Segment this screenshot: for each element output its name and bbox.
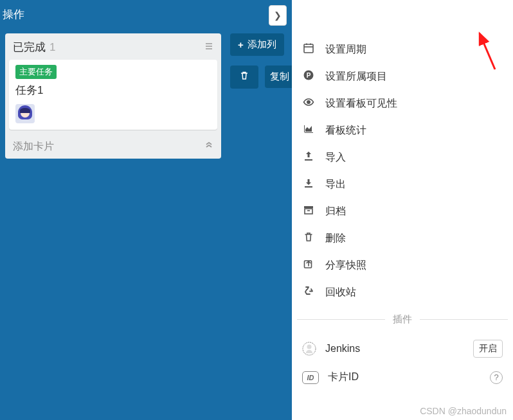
board-title: 操作 — [3, 7, 24, 22]
share-icon — [302, 258, 315, 272]
menu-item-set-project[interactable]: P 设置所属项目 — [297, 63, 508, 90]
delete-button[interactable] — [230, 66, 258, 89]
menu-item-export[interactable]: 导出 — [297, 171, 508, 198]
plugin-item-cardid[interactable]: ID 卡片ID ? — [297, 364, 508, 390]
divider-label: 插件 — [393, 313, 412, 326]
project-icon: P — [302, 69, 315, 83]
menu-item-label: 设置所属项目 — [325, 70, 387, 83]
trash-icon — [239, 71, 249, 83]
archive-icon — [302, 204, 315, 218]
list-menu-icon[interactable] — [204, 42, 213, 53]
eye-icon — [302, 96, 315, 110]
jenkins-icon — [302, 342, 316, 356]
plugin-item-jenkins[interactable]: Jenkins 开启 — [297, 333, 508, 364]
card[interactable]: 主要任务 任务1 — [9, 60, 217, 130]
card-label: 主要任务 — [15, 65, 57, 79]
add-card-button[interactable]: 添加卡片 — [13, 140, 54, 153]
menu-item-label: 看板统计 — [325, 124, 366, 137]
menu-item-label: 分享快照 — [325, 259, 366, 272]
trash-icon — [302, 231, 315, 245]
svg-rect-15 — [305, 209, 312, 214]
copy-button[interactable]: 复制 — [265, 66, 294, 88]
svg-text:P: P — [307, 72, 311, 79]
list-column: 已完成 1 主要任务 任务1 添加卡片 — [5, 33, 221, 159]
help-icon[interactable]: ? — [490, 371, 503, 384]
list-count: 1 — [50, 41, 55, 54]
menu-item-label: 设置看板可见性 — [325, 97, 397, 110]
menu-item-recycle[interactable]: 回收站 — [297, 279, 508, 306]
watermark: CSDN @zhaodundun — [420, 406, 507, 416]
svg-point-13 — [307, 101, 310, 103]
add-list-button[interactable]: + 添加列 — [230, 33, 284, 56]
chevron-right-icon: ❯ — [274, 10, 282, 21]
calendar-icon — [302, 42, 315, 57]
menu-list: 设置周期 P 设置所属项目 设置看板可见性 看板统计 导入 — [292, 36, 513, 390]
add-list-label: 添加列 — [248, 39, 276, 51]
upload-icon — [302, 150, 315, 164]
menu-item-label: 归档 — [325, 205, 346, 218]
recycle-icon — [302, 285, 315, 299]
menu-item-label: 设置周期 — [325, 43, 366, 57]
svg-rect-7 — [304, 44, 313, 53]
list-title: 已完成 — [13, 40, 46, 55]
menu-item-label: 导出 — [325, 178, 346, 191]
plus-icon: + — [238, 39, 244, 50]
menu-item-import[interactable]: 导入 — [297, 144, 508, 171]
menu-item-share[interactable]: 分享快照 — [297, 252, 508, 279]
card-title: 任务1 — [15, 83, 211, 98]
copy-label: 复制 — [270, 71, 289, 82]
menu-item-visibility[interactable]: 设置看板可见性 — [297, 90, 508, 117]
download-icon — [302, 177, 315, 191]
menu-item-label: 导入 — [325, 151, 346, 164]
svg-point-19 — [307, 345, 312, 349]
menu-item-label: 回收站 — [325, 286, 356, 299]
plugin-enable-button[interactable]: 开启 — [473, 340, 503, 358]
cardid-label: 卡片ID — [328, 371, 359, 384]
chart-icon — [302, 123, 315, 137]
side-panel: 设置周期 P 设置所属项目 设置看板可见性 看板统计 导入 — [292, 0, 513, 420]
list-header: 已完成 1 — [9, 37, 217, 60]
id-badge-icon: ID — [302, 371, 319, 384]
menu-item-label: 删除 — [325, 232, 346, 245]
menu-item-set-cycle[interactable]: 设置周期 — [297, 36, 508, 63]
avatar — [15, 104, 35, 123]
collapse-panel-button[interactable]: ❯ — [269, 5, 287, 26]
menu-item-stats[interactable]: 看板统计 — [297, 117, 508, 144]
svg-rect-14 — [304, 206, 313, 208]
collapse-list-icon[interactable] — [204, 141, 213, 152]
plugin-divider: 插件 — [297, 313, 508, 326]
plugin-name: Jenkins — [325, 343, 360, 354]
menu-item-archive[interactable]: 归档 — [297, 198, 508, 225]
menu-item-delete[interactable]: 删除 — [297, 225, 508, 252]
